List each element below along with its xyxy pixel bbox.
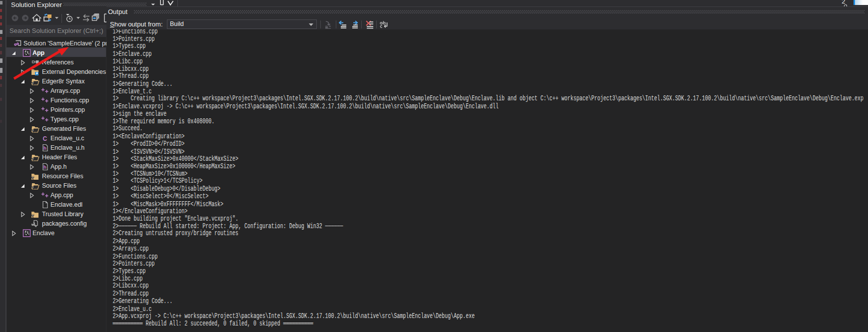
svg-text:C: C: [43, 135, 47, 142]
svg-text:h: h: [43, 145, 46, 151]
svg-text:h: h: [43, 164, 46, 170]
